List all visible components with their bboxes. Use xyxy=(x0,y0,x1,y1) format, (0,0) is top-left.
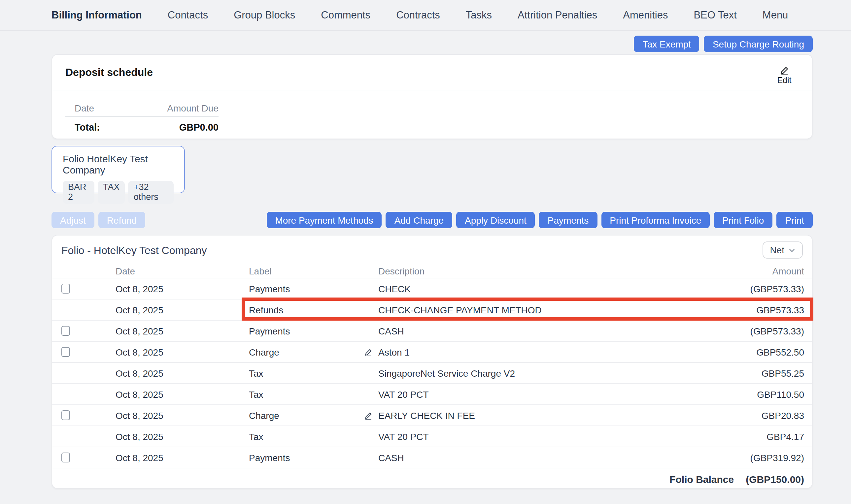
toolbar-button[interactable]: Setup Charge Routing xyxy=(704,36,813,52)
edit-charge-icon[interactable] xyxy=(364,348,375,356)
row-date: Oct 8, 2025 xyxy=(116,326,249,336)
toolbar-button[interactable]: Tax Exempt xyxy=(634,36,699,52)
nav-tab[interactable]: Amenities xyxy=(623,9,668,21)
table-row: Oct 8, 2025 Refunds CHECK-CHANGE PAYMENT… xyxy=(52,300,812,321)
nav-tab[interactable]: Comments xyxy=(321,9,370,21)
pencil-icon xyxy=(780,66,789,75)
row-description: VAT 20 PCT xyxy=(378,431,429,442)
folio-action-button[interactable]: Payments xyxy=(539,212,597,228)
row-amount: GBP20.83 xyxy=(700,410,812,420)
folio-balance-value: (GBP150.00) xyxy=(746,473,812,485)
deposit-amount-due-column-header: Amount Due xyxy=(126,103,219,113)
nav-tab[interactable]: Tasks xyxy=(466,9,492,21)
row-description: EARLY CHECK IN FEE xyxy=(378,410,475,420)
row-description: Aston 1 xyxy=(378,347,410,357)
row-label: Tax xyxy=(249,431,364,442)
billing-page: Billing InformationContactsGroup BlocksC… xyxy=(0,0,851,504)
folio-summary-card[interactable]: Folio HotelKey Test Company BAR 2TAX+32 … xyxy=(52,146,185,193)
row-date: Oct 8, 2025 xyxy=(116,304,249,315)
folio-action-button-disabled: Refund xyxy=(98,212,145,228)
nav-tab[interactable]: Contracts xyxy=(396,9,440,21)
deposit-total-label: Total: xyxy=(65,122,126,132)
nav-tab[interactable]: Attrition Penalties xyxy=(518,9,597,21)
row-amount: GBP573.33 xyxy=(700,304,812,315)
folio-action-button[interactable]: Apply Discount xyxy=(456,212,535,228)
row-label: Payments xyxy=(249,326,364,336)
row-description: CHECK xyxy=(378,283,411,294)
row-checkbox[interactable] xyxy=(62,347,70,357)
row-label: Payments xyxy=(249,452,364,463)
table-row: Oct 8, 2025 Tax SingaporeNet Service Cha… xyxy=(52,363,812,384)
nav-tab[interactable]: Contacts xyxy=(168,9,208,21)
nav-tab[interactable]: Group Blocks xyxy=(234,9,295,21)
row-checkbox[interactable] xyxy=(62,326,70,336)
top-toolbar: Tax ExemptSetup Charge Routing xyxy=(0,31,851,52)
row-label: Refunds xyxy=(249,304,364,315)
deposit-date-column-header: Date xyxy=(65,103,126,113)
row-label: Payments xyxy=(249,283,364,294)
row-date: Oct 8, 2025 xyxy=(116,452,249,463)
folio-summary-title: Folio HotelKey Test Company xyxy=(63,153,174,176)
column-header-description: Description xyxy=(364,266,700,276)
row-description: CHECK-CHANGE PAYMENT METHOD xyxy=(378,304,542,315)
row-date: Oct 8, 2025 xyxy=(116,347,249,357)
row-label: Charge xyxy=(249,410,364,420)
table-row: Oct 8, 2025 Tax VAT 20 PCT GBP110.50 xyxy=(52,384,812,405)
row-description: CASH xyxy=(378,452,404,463)
row-date: Oct 8, 2025 xyxy=(116,389,249,399)
row-description: VAT 20 PCT xyxy=(378,389,429,399)
deposit-total-value: GBP0.00 xyxy=(126,122,219,132)
row-date: Oct 8, 2025 xyxy=(116,431,249,442)
deposit-schedule-header: Deposit schedule xyxy=(52,55,812,90)
nav-tab[interactable]: BEO Text xyxy=(694,9,736,21)
row-date: Oct 8, 2025 xyxy=(116,368,249,378)
row-label: Tax xyxy=(249,389,364,399)
folio-action-button[interactable]: Add Charge xyxy=(386,212,452,228)
edit-label: Edit xyxy=(771,76,798,85)
rate-plan-tag[interactable]: BAR 2 xyxy=(63,181,94,204)
deposit-schedule-title: Deposit schedule xyxy=(65,66,153,78)
row-label: Charge xyxy=(249,347,364,357)
row-amount: GBP552.50 xyxy=(700,347,812,357)
row-amount: GBP110.50 xyxy=(700,389,812,399)
row-amount: (GBP573.33) xyxy=(700,326,812,336)
row-checkbox[interactable] xyxy=(62,452,70,463)
table-row: Oct 8, 2025 Tax VAT 20 PCT GBP4.17 xyxy=(52,426,812,447)
row-description: CASH xyxy=(378,326,404,336)
row-amount: GBP55.25 xyxy=(700,368,812,378)
nav-tab[interactable]: Menu xyxy=(763,9,788,21)
edit-charge-icon[interactable] xyxy=(364,411,375,419)
table-row: Oct 8, 2025 Charge Aston 1 GBP552.50 xyxy=(52,342,812,363)
folio-balance-label: Folio Balance xyxy=(670,473,734,485)
folio-action-button[interactable]: Print Folio xyxy=(714,212,772,228)
folio-table-column-headers: Date Label Description Amount xyxy=(52,266,812,278)
table-row: Oct 8, 2025 Payments CASH (GBP319.92) xyxy=(52,447,812,468)
folio-table-rows: Oct 8, 2025 Payments CHECK (GBP573.33) O… xyxy=(52,278,812,468)
nav-tab[interactable]: Billing Information xyxy=(52,9,142,21)
row-date: Oct 8, 2025 xyxy=(116,410,249,420)
deposit-schedule-card: Deposit schedule Edit Date Amount Due To… xyxy=(52,54,813,139)
folio-table-card: Folio - HotelKey Test Company Net Date L… xyxy=(52,235,813,489)
folio-actions-row: AdjustRefund More Payment MethodsAdd Cha… xyxy=(52,212,813,228)
folio-action-button-disabled: Adjust xyxy=(52,212,94,228)
row-amount: (GBP319.92) xyxy=(700,452,812,463)
amount-view-dropdown[interactable]: Net xyxy=(763,241,803,258)
column-header-amount: Amount xyxy=(700,266,812,276)
tab-bar: Billing InformationContactsGroup BlocksC… xyxy=(0,0,851,31)
folio-action-button[interactable]: Print Proforma Invoice xyxy=(601,212,710,228)
edit-deposit-schedule-button[interactable]: Edit xyxy=(771,66,798,85)
folio-table-title: Folio - HotelKey Test Company xyxy=(62,245,207,257)
row-amount: (GBP573.33) xyxy=(700,283,812,294)
row-checkbox[interactable] xyxy=(62,284,70,293)
rate-plan-tag[interactable]: +32 others xyxy=(128,181,174,204)
table-row: Oct 8, 2025 Payments CASH (GBP573.33) xyxy=(52,321,812,342)
folio-action-button[interactable]: More Payment Methods xyxy=(266,212,382,228)
table-row: Oct 8, 2025 Payments CHECK (GBP573.33) xyxy=(52,278,812,300)
rate-plan-tag[interactable]: TAX xyxy=(98,181,125,204)
rate-plan-tags: BAR 2TAX+32 others xyxy=(63,181,174,204)
row-checkbox[interactable] xyxy=(62,410,70,420)
folio-action-button[interactable]: Print xyxy=(776,212,813,228)
row-amount: GBP4.17 xyxy=(700,431,812,442)
row-date: Oct 8, 2025 xyxy=(116,283,249,294)
folio-actions-right: More Payment MethodsAdd ChargeApply Disc… xyxy=(266,212,813,228)
